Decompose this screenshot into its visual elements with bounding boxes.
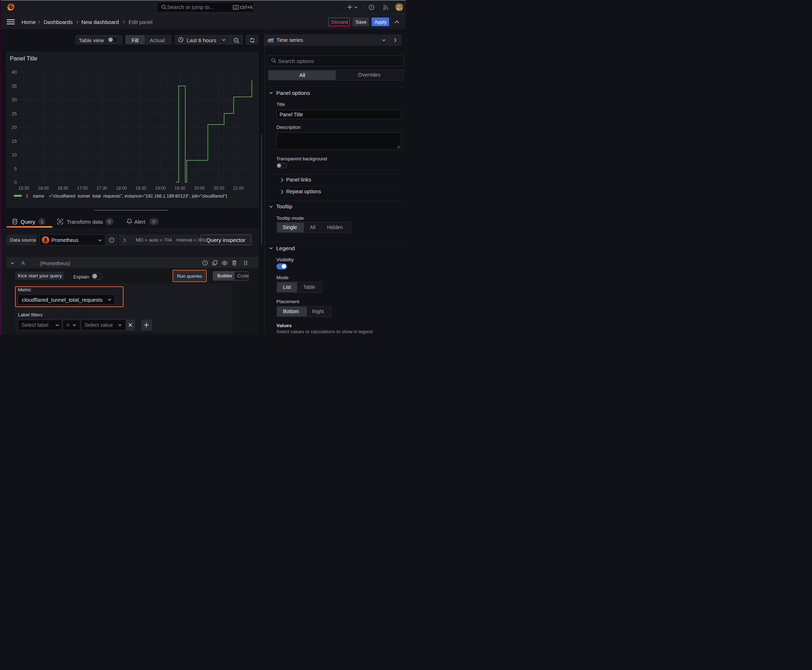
svg-text:15: 15	[12, 138, 17, 144]
svg-text:25: 25	[12, 111, 17, 116]
svg-text:19:00: 19:00	[155, 185, 165, 190]
svg-text:?: ?	[204, 261, 206, 265]
svg-text:40: 40	[12, 69, 17, 75]
svg-text:?: ?	[371, 5, 372, 9]
svg-text:10: 10	[12, 152, 17, 157]
svg-text:16:30: 16:30	[57, 185, 68, 190]
svg-text:21:00: 21:00	[233, 185, 244, 190]
svg-text:Panel Title: Panel Title	[10, 55, 37, 62]
svg-text:16:00: 16:00	[37, 185, 48, 190]
svg-text:15:30: 15:30	[18, 185, 29, 190]
svg-text:?: ?	[111, 238, 112, 242]
svg-text:17:30: 17:30	[96, 185, 107, 190]
svg-text:20:30: 20:30	[214, 185, 224, 190]
svg-text:17:00: 17:00	[76, 185, 87, 190]
svg-text:30: 30	[12, 97, 17, 102]
svg-text:19:30: 19:30	[175, 185, 185, 190]
svg-text:18:30: 18:30	[135, 185, 146, 190]
svg-text:{__name__="cloudflared_tunnel_: {__name__="cloudflared_tunnel_total_requ…	[26, 193, 227, 198]
svg-text:0: 0	[14, 180, 17, 185]
svg-text:20: 20	[12, 125, 17, 130]
svg-text:35: 35	[12, 83, 17, 88]
svg-text:18:00: 18:00	[116, 185, 126, 190]
svg-text:5: 5	[14, 166, 17, 171]
svg-text:20:00: 20:00	[194, 185, 204, 190]
